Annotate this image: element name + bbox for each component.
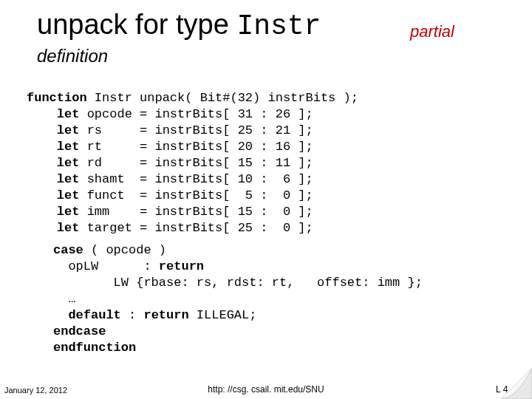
let-name: rd (87, 156, 132, 170)
kw-let: let (57, 188, 80, 202)
footer-url: http: //csg. csail. mit.edu/SNU (0, 384, 532, 395)
code-body: case ( opcode ) opLW : return LW {rbase:… (53, 242, 423, 356)
let-expr: = instrBits[ 20 : 16 ]; (140, 140, 313, 154)
let-name: imm (87, 205, 132, 219)
kw-let: let (57, 172, 80, 186)
let-expr: = instrBits[ 25 : 0 ]; (140, 221, 313, 235)
let-name: target (87, 221, 132, 235)
kw-let: let (57, 123, 80, 137)
let-expr: = instrBits[ 5 : 0 ]; (140, 188, 313, 202)
let-expr: = instrBits[ 31 : 26 ]; (140, 107, 313, 121)
title-tag: partial (410, 22, 454, 41)
let-name: opcode (87, 107, 132, 121)
title-mono: Instr (236, 10, 321, 42)
kw-endfunction: endfunction (53, 341, 136, 355)
kw-case: case (53, 243, 83, 257)
kw-let: let (57, 140, 80, 154)
kw-function: function (27, 91, 87, 105)
decl-type: Instr (87, 91, 140, 105)
kw-let: let (57, 221, 80, 235)
subtitle: definition (37, 46, 108, 66)
decl-sig: unpack( Bit#(32) instrBits ); (140, 91, 358, 105)
kw-return: return (143, 308, 188, 322)
let-name: rs (87, 123, 132, 137)
let-name: funct (87, 188, 132, 202)
sep: : (121, 308, 144, 322)
title-prefix: unpack for type (37, 9, 236, 40)
let-expr: = instrBits[ 10 : 6 ]; (140, 172, 313, 186)
code-declaration: function Instr unpack( Bit#(32) instrBit… (27, 90, 358, 236)
case-expr: ( opcode ) (83, 243, 166, 257)
return-val: ILLEGAL; (189, 308, 257, 322)
kw-let: let (57, 107, 80, 121)
slide-title: unpack for type Instr (37, 9, 321, 42)
kw-let: let (57, 205, 80, 219)
return-expr: LW {rbase: rs, rdst: rt, offset: imm }; (53, 276, 423, 290)
kw-let: let (57, 156, 80, 170)
let-expr: = instrBits[ 15 : 0 ]; (140, 205, 313, 219)
slide: unpack for type Instr partial definition… (0, 0, 532, 399)
ellipsis: … (53, 292, 76, 306)
let-name: shamt (87, 172, 132, 186)
let-name: rt (87, 140, 132, 154)
kw-endcase: endcase (53, 324, 106, 338)
case-arm: opLW : (53, 259, 159, 273)
let-expr: = instrBits[ 25 : 21 ]; (140, 123, 313, 137)
kw-return: return (159, 259, 204, 273)
let-expr: = instrBits[ 15 : 11 ]; (140, 156, 313, 170)
title-text: unpack for type Instr (37, 9, 321, 40)
kw-default: default (53, 308, 121, 322)
footer-page: L 4 -21 (496, 384, 523, 395)
